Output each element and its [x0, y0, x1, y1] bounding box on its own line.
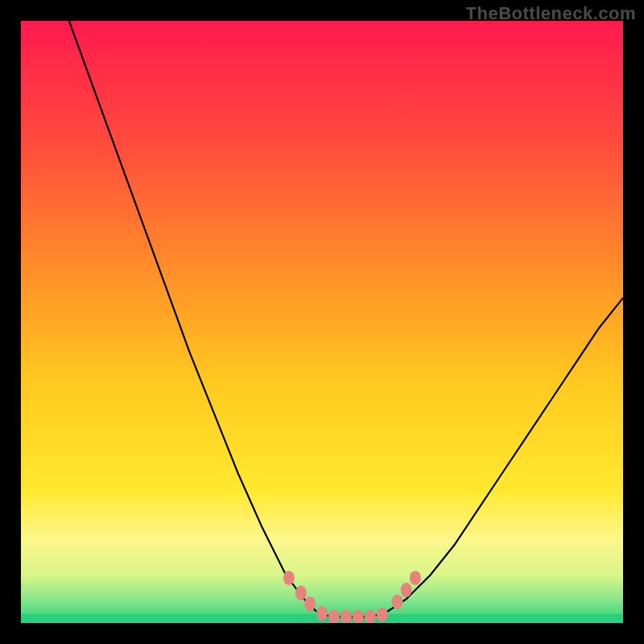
marker-dot	[410, 571, 421, 585]
marker-dot	[377, 608, 388, 622]
app-frame: TheBottleneck.com	[0, 0, 644, 644]
marker-dot	[392, 595, 403, 609]
marker-dot	[401, 583, 412, 597]
chart-background	[21, 21, 623, 623]
chart-svg	[21, 21, 623, 623]
marker-dot	[295, 586, 307, 601]
watermark-text: TheBottleneck.com	[466, 3, 636, 24]
marker-dot	[283, 571, 295, 585]
plot-area	[21, 21, 623, 623]
marker-dot	[316, 606, 328, 621]
marker-dot	[304, 597, 316, 611]
